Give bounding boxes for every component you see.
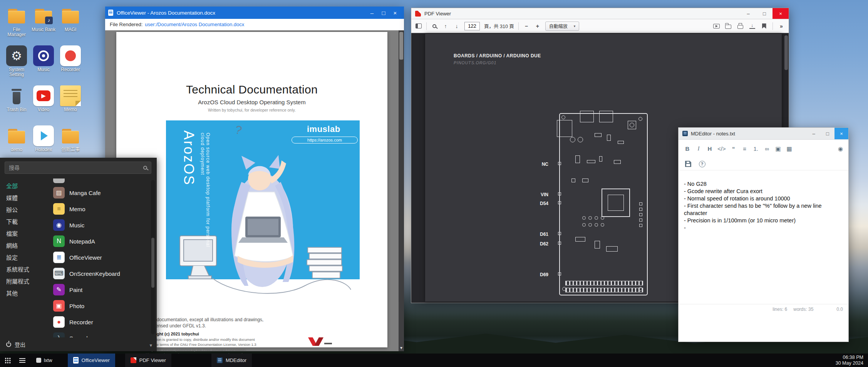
image-icon[interactable]: ▣ <box>773 144 783 154</box>
help-icon[interactable]: ? <box>697 159 707 169</box>
save-icon[interactable] <box>683 159 693 169</box>
zoom-in-icon[interactable]: + <box>534 22 541 31</box>
heading-icon[interactable]: H <box>705 144 715 154</box>
bookmark-icon[interactable] <box>761 22 767 31</box>
taskbar-host-item[interactable]: lxtw <box>36 358 52 363</box>
tools-icon[interactable]: » <box>778 22 785 31</box>
menu-app-serverless[interactable]: λ Serverless <box>49 330 157 337</box>
start-menu-category[interactable]: 全部 <box>0 180 49 192</box>
unordered-list-icon[interactable]: ≡ <box>740 144 750 154</box>
start-menu-category[interactable]: 附屬程式 <box>0 275 49 287</box>
start-menu-category[interactable]: 媒體 <box>0 192 49 204</box>
document-scrollbar[interactable]: ▾ <box>399 30 404 351</box>
power-icon <box>6 342 11 347</box>
presentation-mode-icon[interactable] <box>713 22 720 31</box>
desktop-icon-system-setting[interactable]: ⚙ System Setting <box>4 45 29 85</box>
table-icon[interactable]: ▦ <box>784 144 794 154</box>
start-menu-category[interactable]: 下載 <box>0 216 49 228</box>
desktop-icon-memo[interactable]: Memo <box>58 85 83 125</box>
search-box[interactable] <box>5 162 151 174</box>
chevron-down-icon[interactable]: ▾ <box>149 342 152 348</box>
menu-app-notepada[interactable]: N NotepadA <box>49 233 157 249</box>
search-input[interactable] <box>9 165 143 171</box>
taskbar-clock[interactable]: 06:38 PM 30 May 2024 <box>836 355 863 366</box>
open-file-icon[interactable] <box>725 22 732 31</box>
scrollbar-thumb[interactable] <box>399 32 403 60</box>
menu-app-recorder[interactable]: ● Recorder <box>49 314 157 330</box>
toolbar-divider <box>518 22 519 30</box>
desktop-icon-magi[interactable]: MAGI <box>58 5 83 45</box>
footer-line: are licensed under GFDL v1.3. <box>143 323 265 329</box>
window-icon <box>36 358 41 363</box>
close-button[interactable]: × <box>834 128 848 139</box>
print-icon[interactable] <box>737 22 744 31</box>
close-button[interactable]: × <box>389 10 401 16</box>
zoom-out-icon[interactable]: − <box>523 22 530 31</box>
search-icon[interactable] <box>431 22 438 31</box>
preview-icon[interactable]: ◉ <box>834 144 845 154</box>
start-menu-category[interactable]: 其他 <box>0 287 49 299</box>
start-menu-category[interactable]: 系統程式 <box>0 264 49 275</box>
logout-button[interactable]: 登出 <box>0 337 157 351</box>
app-icon <box>60 85 81 106</box>
footer-line: Permission is granted to copy, distribut… <box>143 337 265 342</box>
desktop-icon-recorder[interactable]: Recorder <box>58 45 83 85</box>
scrollbar-thumb[interactable] <box>784 35 788 70</box>
taskbar-item-officeviewer[interactable]: OfficeViewer <box>68 354 115 367</box>
menu-app-memo[interactable]: ≡ Memo <box>49 201 157 217</box>
menu-app-officeviewer[interactable]: ≣ OfficeViewer <box>49 249 157 265</box>
desktop-icon-trash-bin[interactable]: Trash Bin <box>4 85 29 125</box>
page-number-input[interactable] <box>464 22 480 30</box>
menu-icon[interactable] <box>19 358 25 363</box>
previous-page-icon[interactable]: ↑ <box>442 22 449 31</box>
taskbar-item-pdf-viewer[interactable]: PDF Viewer <box>125 354 171 367</box>
start-menu-category[interactable]: 辦公 <box>0 204 49 216</box>
maximize-button[interactable]: □ <box>821 128 834 139</box>
app-icon: ≣ <box>53 252 65 263</box>
pdf-titlebar[interactable]: PDF Viewer – □ × <box>411 8 789 19</box>
link-icon[interactable]: ∞ <box>762 144 772 154</box>
menu-app-music[interactable]: ◉ Music <box>49 217 157 233</box>
taskbar-task-list: OfficeViewer PDF Viewer MDEditor <box>68 354 252 367</box>
app-grid-icon[interactable] <box>5 357 11 364</box>
start-menu-category[interactable]: 網絡 <box>0 240 49 252</box>
maximize-button[interactable]: □ <box>378 10 389 16</box>
officeviewer-titlebar[interactable]: OfficeViewer - Arozos Documentation.docx… <box>105 7 404 19</box>
menu-app-photo[interactable]: ▣ Photo <box>49 298 157 314</box>
page-count-label: 頁，共 310 頁 <box>484 22 514 30</box>
sidebar-toggle-icon[interactable] <box>415 22 422 31</box>
mdeditor-titlebar[interactable]: MDEditor - notes.txt – □ × <box>679 128 848 140</box>
italic-icon[interactable]: I <box>694 144 704 154</box>
desktop-icon-grid: File Manager ♪ Music Bank MAGI ⚙ System … <box>4 5 85 165</box>
minimize-button[interactable]: – <box>807 128 821 139</box>
bold-icon[interactable]: B <box>682 144 692 154</box>
minimize-button[interactable]: – <box>366 10 378 16</box>
start-menu-category[interactable]: 檔案 <box>0 228 49 240</box>
menu-scrollbar[interactable] <box>151 180 155 334</box>
menu-app-onscreenkeyboard[interactable]: ⌨ OnScreenKeyboard <box>49 265 157 282</box>
scrollbar-thumb[interactable] <box>151 238 154 288</box>
close-button[interactable]: × <box>772 8 789 19</box>
maximize-button[interactable]: □ <box>756 8 772 19</box>
next-page-icon[interactable]: ↓ <box>453 22 460 31</box>
file-path-link[interactable]: user:/Document/Arozos Documentation.docx <box>145 22 244 27</box>
start-menu-category[interactable]: 設定 <box>0 252 49 264</box>
minimize-button[interactable]: – <box>740 8 756 19</box>
quote-icon[interactable]: “ <box>729 144 739 154</box>
scroll-down-icon[interactable]: ▾ <box>399 345 404 350</box>
download-icon[interactable]: ↓ <box>749 22 756 31</box>
desktop-icon-music[interactable]: Music <box>31 45 56 85</box>
search-icon[interactable] <box>143 166 147 170</box>
editor-textarea[interactable]: - No G28- Gcode rewrite after Cura exort… <box>679 170 848 304</box>
app-list[interactable]: ▨ Manga Cafe ≡ Memo ◉ Music N NotepadA ≣… <box>49 178 157 337</box>
desktop-icon-file-manager[interactable]: File Manager <box>4 5 29 45</box>
zoom-select[interactable]: 自動縮放 ▾ <box>545 22 580 31</box>
ordered-list-icon[interactable]: 1. <box>751 144 761 154</box>
code-icon[interactable]: </> <box>716 144 727 154</box>
taskbar-item-mdeditor[interactable]: MDEditor <box>211 354 252 367</box>
menu-app-paint[interactable]: ✎ Paint <box>49 282 157 298</box>
desktop-icon-music-bank[interactable]: ♪ Music Bank <box>31 5 56 45</box>
menu-app-manga-cafe[interactable]: ▨ Manga Cafe <box>49 185 157 201</box>
icon-glyph: ▶ <box>33 85 54 106</box>
desktop-icon-video[interactable]: ▶ Video <box>31 85 56 125</box>
